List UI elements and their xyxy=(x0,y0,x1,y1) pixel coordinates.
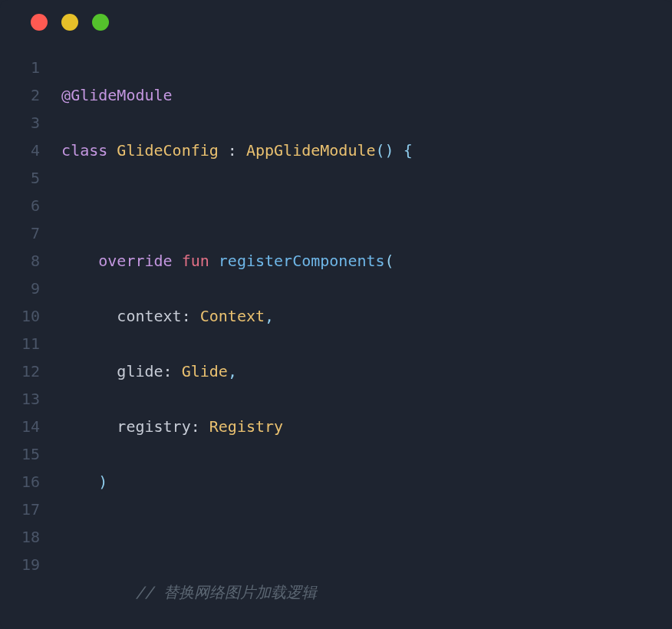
line-number: 7 xyxy=(21,219,40,247)
param-token: glide xyxy=(117,362,163,380)
line-number: 13 xyxy=(21,385,40,413)
line-number: 17 xyxy=(21,496,40,523)
punct-token: , xyxy=(265,307,274,325)
code-line: context: Context, xyxy=(61,302,551,330)
keyword-token: class xyxy=(61,141,107,160)
indent xyxy=(61,252,98,270)
type-token: Context xyxy=(200,307,265,325)
line-number: 2 xyxy=(21,81,40,109)
text-token: : xyxy=(182,307,200,325)
param-token: registry xyxy=(117,417,190,436)
line-number: 4 xyxy=(21,137,40,164)
code-line: class GlideConfig : AppGlideModule() { xyxy=(61,137,551,164)
line-number: 3 xyxy=(21,109,40,137)
line-number: 19 xyxy=(21,551,40,578)
line-number: 9 xyxy=(21,275,40,302)
line-number: 18 xyxy=(21,523,40,551)
line-number: 6 xyxy=(21,192,40,219)
param-token: context xyxy=(117,307,181,325)
code-line: // 替换网络图片加载逻辑 xyxy=(61,578,551,606)
window-title-bar xyxy=(0,14,672,54)
line-number: 16 xyxy=(21,468,40,496)
text-token: : xyxy=(219,141,246,160)
type-token: AppGlideModule xyxy=(246,141,376,160)
code-line: registry: Registry xyxy=(61,413,551,440)
code-line xyxy=(61,192,551,219)
method-token: registerComponents xyxy=(219,252,385,270)
code-line: glide: Glide, xyxy=(61,357,551,385)
line-number: 8 xyxy=(21,247,40,275)
close-icon[interactable] xyxy=(31,14,48,31)
text-token xyxy=(107,141,117,160)
indent xyxy=(61,473,98,491)
code-area: 1 2 3 4 5 6 7 8 9 10 11 12 13 14 15 16 1… xyxy=(0,54,672,629)
indent xyxy=(61,583,135,601)
maximize-icon[interactable] xyxy=(92,14,109,31)
code-line: @GlideModule xyxy=(61,81,551,109)
punct-token: ( xyxy=(385,252,394,270)
type-token: Registry xyxy=(209,417,283,436)
minimize-icon[interactable] xyxy=(61,14,78,31)
line-number: 14 xyxy=(21,413,40,440)
comment-token: // 替换网络图片加载逻辑 xyxy=(135,583,316,601)
text-token xyxy=(209,252,219,270)
line-number: 11 xyxy=(21,330,40,357)
text-token: : xyxy=(163,362,182,380)
text-token xyxy=(173,252,182,270)
line-number: 1 xyxy=(21,54,40,81)
line-number-gutter: 1 2 3 4 5 6 7 8 9 10 11 12 13 14 15 16 1… xyxy=(21,54,61,629)
code-line: ) xyxy=(61,468,551,496)
indent xyxy=(61,307,117,325)
keyword-token: fun xyxy=(182,252,209,270)
punct-token: , xyxy=(228,362,237,380)
code-editor-window: 1 2 3 4 5 6 7 8 9 10 11 12 13 14 15 16 1… xyxy=(0,0,672,629)
punct-token: ) xyxy=(98,473,107,491)
indent xyxy=(61,417,117,436)
line-number: 10 xyxy=(21,302,40,330)
line-number: 12 xyxy=(21,357,40,385)
code-line xyxy=(61,523,551,551)
type-token: Glide xyxy=(182,362,228,380)
text-token: : xyxy=(191,417,209,436)
annotation-token: @GlideModule xyxy=(61,86,173,104)
type-token: GlideConfig xyxy=(117,141,218,160)
punct-token: { xyxy=(394,141,413,160)
indent xyxy=(61,362,117,380)
punct-token: () xyxy=(376,141,394,160)
code-content[interactable]: @GlideModule class GlideConfig : AppGlid… xyxy=(61,54,551,629)
line-number: 5 xyxy=(21,164,40,192)
keyword-token: override xyxy=(98,252,172,270)
code-line: override fun registerComponents( xyxy=(61,247,551,275)
line-number: 15 xyxy=(21,440,40,468)
